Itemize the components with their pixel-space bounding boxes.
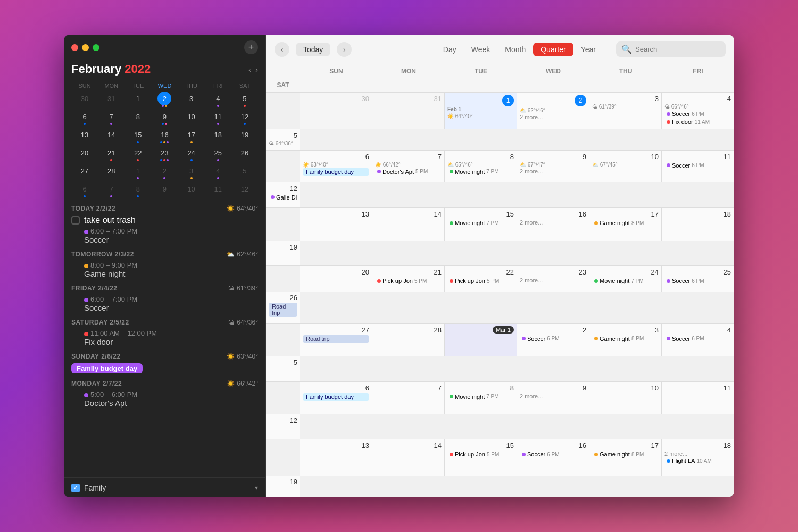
mini-cal-day[interactable]: 8: [131, 182, 145, 196]
cal-cell-mon-14[interactable]: 14: [372, 208, 445, 240]
cal-next-button[interactable]: ›: [337, 42, 352, 57]
mini-cal-day[interactable]: 17: [185, 128, 198, 142]
cal-cell-sun-13[interactable]: 13: [300, 208, 372, 240]
mini-cal-day[interactable]: 3: [185, 164, 198, 178]
cal-event-soccer[interactable]: Soccer 6 PM: [664, 335, 731, 343]
more-link[interactable]: 2 more...: [664, 451, 731, 457]
cal-cell-fri-4[interactable]: 4 🌤 66°/46° Soccer 6 PM Fix door 11 AM: [662, 93, 734, 129]
mini-cal-today[interactable]: 2: [157, 92, 171, 105]
mini-cal-day[interactable]: 27: [78, 164, 92, 178]
cal-cell-tue-15[interactable]: 15 Movie night 7 PM: [445, 208, 517, 240]
cal-event-soccer[interactable]: Soccer 6 PM: [520, 335, 586, 343]
cal-cell-tue-mar15[interactable]: 15 Pick up Jon 5 PM: [445, 439, 517, 475]
cal-event-game-night[interactable]: Game night 8 PM: [592, 335, 659, 343]
view-quarter-button[interactable]: Quarter: [533, 43, 573, 56]
mini-cal-day[interactable]: 23: [157, 146, 171, 160]
mini-cal-day[interactable]: 11: [211, 182, 225, 196]
cal-cell-thu-mar3[interactable]: 3 Game night 8 PM: [589, 324, 662, 356]
cal-cell-sat-mar12[interactable]: 12: [266, 414, 300, 439]
mini-cal-day[interactable]: 11: [211, 110, 225, 123]
family-budget-bar[interactable]: Family budget day: [303, 168, 369, 176]
view-year-button[interactable]: Year: [573, 43, 603, 56]
road-trip-bar[interactable]: Road trip: [303, 335, 369, 343]
cal-cell-sat-mar19[interactable]: 19: [266, 476, 300, 497]
view-month-button[interactable]: Month: [497, 43, 533, 56]
cal-event-pickup-jon[interactable]: Pick up Jon 5 PM: [447, 277, 514, 285]
mini-cal-day[interactable]: 20: [78, 146, 92, 160]
cal-cell-fri-11[interactable]: 11 Soccer 6 PM: [662, 151, 734, 182]
cal-cell-sat-26[interactable]: 26 Road trip: [266, 292, 300, 323]
cal-cell-tue-mar8[interactable]: 8 Movie night 7 PM: [445, 382, 517, 414]
cal-cell-mon-31[interactable]: 31: [372, 93, 445, 129]
cal-cell-fri-25[interactable]: 25 Soccer 6 PM: [662, 266, 734, 292]
cal-cell-tue-feb1[interactable]: 1Feb 1 ☀️ 64°/40°: [445, 93, 517, 129]
maximize-button[interactable]: [93, 44, 99, 51]
cal-event-game-night[interactable]: Game night 8 PM: [592, 451, 659, 458]
mini-cal-day[interactable]: 4: [211, 92, 225, 105]
cal-cell-sun-30[interactable]: 30: [300, 93, 372, 129]
mini-cal-day[interactable]: 14: [104, 128, 118, 142]
cal-event-soccer[interactable]: Soccer 6 PM: [664, 162, 731, 169]
cal-event-galle[interactable]: Galle Dinner 6 PM: [269, 194, 297, 201]
cal-cell-mon-mar14[interactable]: 14: [372, 439, 445, 475]
cal-cell-mon-mar7[interactable]: 7: [372, 382, 445, 414]
cal-cell-wed-mar16[interactable]: 16 Soccer 6 PM: [517, 439, 589, 475]
mini-cal-day[interactable]: 1: [131, 164, 145, 178]
cal-cell-tue-8[interactable]: 8 ⛅ 65°/46° Movie night 7 PM: [445, 151, 517, 182]
calendar-chevron-icon[interactable]: ▾: [255, 484, 258, 492]
mini-cal-day[interactable]: 5: [238, 92, 252, 105]
cal-event-movie[interactable]: Movie night 7 PM: [447, 219, 514, 227]
cal-event-fix-door[interactable]: Fix door 11 AM: [664, 118, 731, 126]
cal-cell-sun-6[interactable]: 6 ☀️ 63°/40° Family budget day: [300, 151, 372, 182]
cal-cell-fri-mar11[interactable]: 11: [662, 382, 734, 414]
mini-cal-day[interactable]: 18: [211, 128, 225, 142]
trash-checkbox[interactable]: [71, 216, 80, 225]
cal-cell-thu-10[interactable]: 10 ⛅ 67°/45°: [589, 151, 662, 182]
mini-cal-day[interactable]: 13: [78, 128, 92, 142]
cal-cell-mon-21[interactable]: 21 Pick up Jon 5 PM: [372, 266, 445, 292]
mini-cal-day[interactable]: 24: [185, 146, 198, 160]
mini-cal-day[interactable]: 12: [238, 182, 252, 196]
minimize-button[interactable]: [82, 44, 89, 51]
mini-cal-day[interactable]: 25: [211, 146, 225, 160]
road-trip-bar[interactable]: Road trip: [269, 303, 297, 317]
cal-cell-wed-mar9[interactable]: 9 2 more...: [517, 382, 589, 414]
cal-prev-button[interactable]: ‹: [275, 42, 289, 57]
mini-cal-next[interactable]: ›: [255, 65, 258, 74]
cal-cell-sun-mar6[interactable]: 6 Family budget day: [300, 382, 372, 414]
more-link[interactable]: 2 more...: [520, 168, 586, 174]
mini-cal-day[interactable]: 9: [157, 110, 171, 123]
mini-cal-day[interactable]: 31: [104, 92, 118, 105]
cal-cell-fri-mar18[interactable]: 18 2 more... Flight LA 10 AM: [662, 439, 734, 475]
cal-cell-wed-2[interactable]: 2 ⛅ 62°/46° 2 more...: [517, 93, 589, 129]
cal-cell-sat-mar5[interactable]: 5: [266, 356, 300, 381]
mini-cal-day[interactable]: 21: [104, 146, 118, 160]
today-nav-button[interactable]: Today: [296, 43, 330, 56]
cal-cell-sat-12[interactable]: 12 Galle Dinner 6 PM: [266, 182, 300, 208]
search-input[interactable]: [635, 45, 720, 53]
mini-cal-day[interactable]: 1: [131, 92, 145, 105]
view-week-button[interactable]: Week: [464, 43, 498, 56]
mini-cal-day[interactable]: 8: [131, 110, 145, 123]
mini-cal-prev[interactable]: ‹: [248, 65, 251, 74]
calendar-checkbox[interactable]: ✓: [71, 484, 80, 492]
mini-cal-day[interactable]: 30: [78, 92, 92, 105]
cal-cell-sat-19[interactable]: 19: [266, 241, 300, 265]
cal-cell-tue-mar1[interactable]: Mar 1: [445, 324, 517, 356]
cal-cell-wed-23[interactable]: 23 2 more...: [517, 266, 589, 292]
view-day-button[interactable]: Day: [436, 43, 464, 56]
cal-cell-thu-3[interactable]: 3 🌤 61°/39°: [589, 93, 662, 129]
cal-cell-thu-mar10[interactable]: 10: [589, 382, 662, 414]
cal-event-movie[interactable]: Movie night 7 PM: [447, 393, 514, 401]
cal-cell-wed-mar2[interactable]: 2 Soccer 6 PM: [517, 324, 589, 356]
more-link[interactable]: 2 more...: [520, 277, 586, 284]
cal-cell-mon-7[interactable]: 7 ☀️ 66°/42° Doctor's Apt 5 PM: [372, 151, 445, 182]
mini-cal-day[interactable]: 7: [104, 110, 118, 123]
cal-cell-wed-16[interactable]: 16 2 more...: [517, 208, 589, 240]
mini-cal-day[interactable]: 3: [185, 92, 198, 105]
mini-cal-day[interactable]: 6: [78, 182, 92, 196]
cal-event-pickup-jon[interactable]: Pick up Jon 5 PM: [375, 277, 442, 285]
mini-cal-day[interactable]: 6: [78, 110, 92, 123]
cal-cell-sun-mar13[interactable]: 13: [300, 439, 372, 475]
cal-cell-thu-17[interactable]: 17 Game night 8 PM: [589, 208, 662, 240]
